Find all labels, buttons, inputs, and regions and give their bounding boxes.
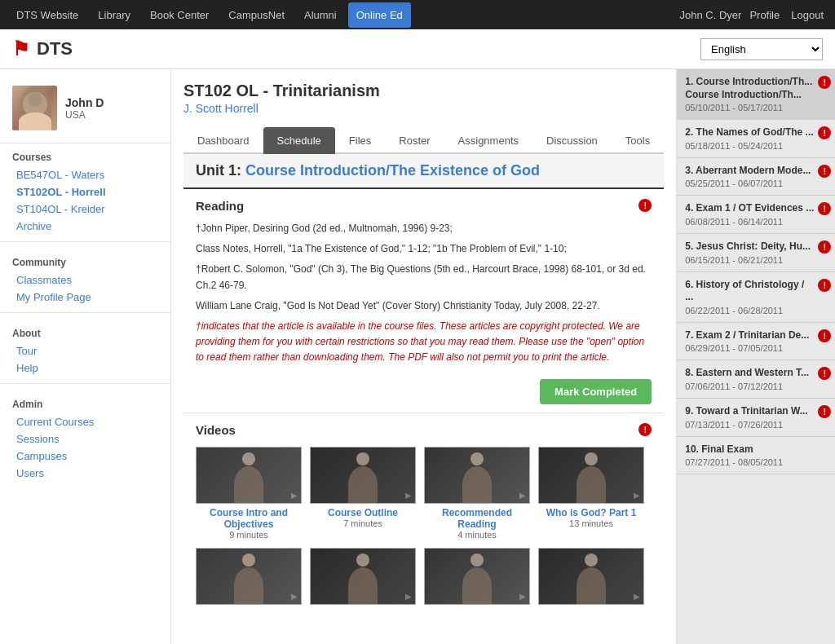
unit-nav-title-8: 8. Eastern and Western T... — [685, 367, 809, 380]
tab-roster[interactable]: Roster — [385, 127, 444, 154]
reading-title-text: Reading — [196, 199, 244, 213]
unit-nav-title-1: 1. Course Introduction/Th... — [685, 76, 812, 89]
user-details: John D USA — [65, 96, 104, 121]
video-thumb-4[interactable] — [538, 447, 644, 504]
unit-nav-item-1[interactable]: 1. Course Introduction/Th... Course Intr… — [677, 69, 835, 120]
sidebar-item-help[interactable]: Help — [0, 359, 170, 377]
tab-tools[interactable]: Tools — [612, 127, 664, 154]
video-item-2[interactable]: Course Outline 7 minutes — [310, 447, 416, 540]
unit-nav-dates-1: 05/10/2011 - 05/17/2011 — [685, 103, 812, 112]
video-item-8[interactable] — [538, 548, 644, 605]
avatar — [12, 86, 57, 130]
reading-section: Reading ! †John Piper, Desiring God (2d … — [183, 189, 664, 381]
unit-nav-item-10[interactable]: 10. Final Exam 07/27/2011 - 08/05/2011 — [677, 437, 835, 475]
video-item-6[interactable] — [310, 548, 416, 605]
video-thumb-5[interactable] — [196, 548, 302, 605]
sidebar-item-current-courses[interactable]: Current Courses — [0, 413, 170, 430]
nav-dts-website[interactable]: DTS Website — [8, 2, 86, 28]
unit-nav-item-9[interactable]: 9. Toward a Trinitarian W... 07/13/2011 … — [677, 399, 835, 437]
video-thumb-1[interactable] — [196, 447, 302, 504]
user-info: John D USA — [0, 77, 170, 143]
video-label-3: Recommended Reading — [424, 507, 530, 530]
sidebar-item-campuses[interactable]: Campuses — [0, 448, 170, 465]
nav-campusnet[interactable]: CampusNet — [220, 2, 293, 28]
videos-section: Videos ! Course Intro and Objectives 9 m… — [183, 412, 664, 615]
unit-nav-item-4[interactable]: 4. Exam 1 / OT Evidences ... 06/08/2011 … — [677, 196, 835, 234]
reading-line-4: William Lane Craig, "God Is Not Dead Yet… — [196, 298, 652, 314]
unit-nav-dates-9: 07/13/2011 - 07/26/2011 — [685, 420, 807, 430]
language-dropdown[interactable]: English Spanish French — [700, 38, 823, 60]
tab-discussion[interactable]: Discussion — [532, 127, 612, 154]
logout-link[interactable]: Logout — [788, 9, 827, 21]
main-layout: John D USA Courses BE547OL - Waters ST10… — [0, 69, 835, 644]
sidebar-item-st102[interactable]: ST102OL - Horrell — [0, 183, 170, 201]
sidebar-item-be547[interactable]: BE547OL - Waters — [0, 166, 170, 183]
video-thumb-8[interactable] — [538, 548, 644, 605]
unit-nav-dates-8: 07/06/2011 - 07/12/2011 — [685, 382, 809, 391]
unit-nav-item-8[interactable]: 8. Eastern and Western T... 07/06/2011 -… — [677, 360, 835, 399]
unit-nav-item-3[interactable]: 3. Aberrant Modern Mode... 05/25/2011 - … — [677, 158, 835, 196]
video-thumb-7[interactable] — [424, 548, 530, 605]
site-logo: ⚑ DTS — [12, 37, 73, 60]
unit-nav-alert-7: ! — [818, 329, 831, 342]
videos-grid-row2 — [196, 548, 652, 605]
sidebar-item-classmates[interactable]: Classmates — [0, 271, 170, 289]
unit-nav-dates-7: 06/29/2011 - 07/05/2011 — [685, 343, 809, 353]
mark-completed-button[interactable]: Mark Completed — [540, 379, 652, 404]
reading-note: †indicates that the article is available… — [196, 319, 652, 366]
video-thumb-6[interactable] — [310, 548, 416, 605]
video-item-1[interactable]: Course Intro and Objectives 9 minutes — [196, 447, 302, 540]
unit-nav-item-5[interactable]: 5. Jesus Christ: Deity, Hu... 06/15/2011… — [677, 234, 835, 272]
tab-files[interactable]: Files — [335, 127, 385, 154]
reading-line-1: †John Piper, Desiring God (2d ed., Multn… — [196, 221, 652, 236]
sidebar-item-my-profile[interactable]: My Profile Page — [0, 289, 170, 306]
unit-nav-title-4: 4. Exam 1 / OT Evidences ... — [685, 202, 814, 215]
video-item-3[interactable]: Recommended Reading 4 minutes — [424, 447, 530, 540]
unit-nav-dates-10: 07/27/2011 - 08/05/2011 — [685, 457, 783, 467]
profile-link[interactable]: Profile — [746, 9, 783, 21]
unit-nav-title-3: 3. Aberrant Modern Mode... — [685, 165, 811, 178]
courses-section-header: Courses — [0, 143, 170, 166]
sidebar-item-sessions[interactable]: Sessions — [0, 430, 170, 448]
unit-nav-dates-3: 05/25/2011 - 06/07/2011 — [685, 179, 811, 188]
tab-dashboard[interactable]: Dashboard — [183, 127, 263, 154]
sidebar-item-archive[interactable]: Archive — [0, 218, 170, 235]
unit-nav-alert-9: ! — [818, 405, 831, 418]
unit-nav-title-7: 7. Exam 2 / Trinitarian De... — [685, 329, 809, 342]
reading-title-bar: Reading ! — [196, 199, 652, 213]
video-duration-3: 4 minutes — [424, 530, 530, 540]
unit-nav-alert-8: ! — [818, 367, 831, 380]
unit-nav-item-7[interactable]: 7. Exam 2 / Trinitarian De... 06/29/2011… — [677, 323, 835, 361]
video-label-2: Course Outline — [310, 507, 416, 518]
video-item-5[interactable] — [196, 548, 302, 605]
video-item-4[interactable]: Who is God? Part 1 13 minutes — [538, 447, 644, 540]
admin-section-header: Admin — [0, 390, 170, 413]
sidebar-item-st104[interactable]: ST104OL - Kreider — [0, 201, 170, 218]
tab-schedule[interactable]: Schedule — [263, 127, 335, 154]
unit-nav-item-2[interactable]: 2. The Names of God/The ... 05/18/2011 -… — [677, 120, 835, 158]
unit-nav-dates-6: 06/22/2011 - 06/28/2011 — [685, 306, 815, 315]
unit-nav-alert-5: ! — [818, 240, 831, 254]
unit-navigation: 1. Course Introduction/Th... Course Intr… — [676, 69, 835, 644]
sidebar-item-users[interactable]: Users — [0, 465, 170, 482]
unit-name: Course Introduction/The Existence of God — [245, 162, 540, 179]
site-header: ⚑ DTS English Spanish French — [0, 29, 835, 69]
video-thumb-2[interactable] — [310, 447, 416, 504]
videos-title-text: Videos — [196, 423, 236, 437]
language-selector: English Spanish French — [700, 38, 823, 60]
nav-library[interactable]: Library — [90, 2, 139, 28]
sidebar-item-tour[interactable]: Tour — [0, 342, 170, 359]
nav-online-ed[interactable]: Online Ed — [348, 2, 411, 28]
sidebar-user-country: USA — [65, 109, 104, 121]
unit-nav-dates-2: 05/18/2011 - 05/24/2011 — [685, 141, 813, 151]
unit-nav-item-6[interactable]: 6. History of Christology / ... 06/22/20… — [677, 272, 835, 323]
nav-book-center[interactable]: Book Center — [142, 2, 217, 28]
tab-assignments[interactable]: Assignments — [444, 127, 532, 154]
unit-title: Unit 1: Course Introduction/The Existenc… — [196, 162, 540, 179]
video-duration-1: 9 minutes — [196, 530, 302, 540]
reading-line-2: Class Notes, Horrell, "1a The Existence … — [196, 241, 652, 257]
video-item-7[interactable] — [424, 548, 530, 605]
video-thumb-3[interactable] — [424, 447, 530, 504]
nav-alumni[interactable]: Alumni — [296, 2, 345, 28]
content-area: ST102 OL - Trinitarianism J. Scott Horre… — [171, 69, 835, 644]
